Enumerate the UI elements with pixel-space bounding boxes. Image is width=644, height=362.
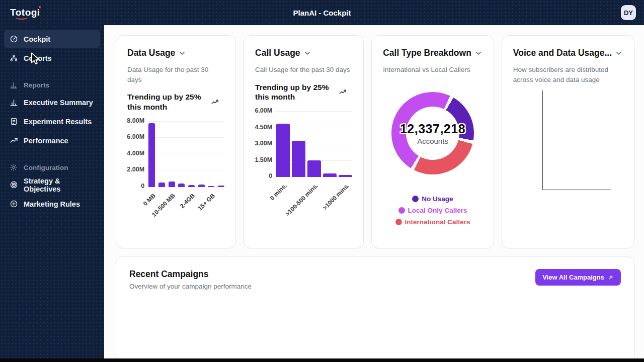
- y-axis-tick-label: 4.50M: [255, 124, 272, 131]
- call-usage-bar-chart: 00 mins.>100-500 mins.>1000 mins.1.50M3.…: [255, 112, 352, 220]
- view-all-campaigns-label: View All Campaigns: [542, 274, 604, 281]
- bar: [339, 175, 352, 177]
- x-axis-tick-label: 15+ GB: [196, 192, 216, 212]
- call-usage-trend-text: Trending up by 25% this month: [255, 82, 335, 102]
- bar: [188, 185, 195, 187]
- sidebar-section-reports: Reports: [4, 77, 100, 93]
- legend-dot: [395, 219, 402, 225]
- call-usage-card-title: Call Usage: [255, 48, 300, 58]
- gridline: [148, 137, 224, 138]
- sidebar-item-label: Configuration: [24, 164, 68, 171]
- call-type-breakdown-card: Call Type Breakdown International vs Loc…: [371, 35, 494, 248]
- bar: [276, 124, 290, 177]
- y-axis-tick-label: 6.00M: [255, 107, 272, 114]
- data-usage-card-subtitle: Data Usage for the past 30 days: [127, 65, 224, 84]
- bar: [169, 182, 175, 187]
- view-all-campaigns-button[interactable]: View All Campaigns: [535, 269, 621, 286]
- sidebar-item-performance[interactable]: Performance: [4, 131, 100, 150]
- sidebar-item-label: Strategy & Objectives: [24, 177, 95, 193]
- x-axis-tick-label: 0 mins.: [268, 182, 288, 202]
- bottom-black-bar: [0, 358, 644, 362]
- planai-cockpit-screen: Totogi PlanAI - Cockpit DY CockpitCohort…: [0, 0, 644, 362]
- sidebar-item-marketing-rules[interactable]: Marketing Rules: [4, 195, 100, 213]
- legend-item: No Usage: [412, 194, 453, 205]
- sidebar-item-executive-summary[interactable]: Executive Summary: [4, 93, 100, 112]
- gauge-icon: [10, 35, 18, 43]
- y-axis-tick-label: 3.00M: [255, 140, 272, 147]
- gridline: [148, 154, 224, 154]
- sidebar-item-cohorts[interactable]: Cohorts: [4, 49, 100, 67]
- call-usage-card-subtitle: Call Usage for the past 30 days: [255, 65, 352, 75]
- legend-item: International Callers: [395, 217, 470, 228]
- chevron-down-icon[interactable]: [474, 49, 482, 57]
- call-type-card-title: Call Type Breakdown: [383, 48, 471, 58]
- x-axis-tick-label: >100-500 mins.: [284, 182, 319, 218]
- bar: [323, 173, 337, 177]
- recent-campaigns-section: Recent Campaigns Overview of your campai…: [116, 256, 634, 362]
- plot-area: 0 MB10-500 MB2-4GB15+ GB: [148, 122, 224, 187]
- y-axis-tick-label: 6.00M: [127, 133, 144, 140]
- data-usage-card-title: Data Usage: [127, 48, 175, 58]
- gridline: [148, 121, 224, 122]
- x-axis-tick-label: >1000 mins.: [321, 182, 350, 211]
- gridline: [148, 170, 224, 170]
- y-axis-tick-label: 2.00M: [127, 166, 144, 173]
- cohorts-icon: [10, 54, 18, 62]
- sidebar: CockpitCohortsReportsExecutive SummaryEx…: [0, 25, 104, 362]
- bar: [158, 183, 165, 187]
- topbar: Totogi PlanAI - Cockpit DY: [0, 0, 644, 25]
- sidebar-item-experiment-results[interactable]: Experiment Results: [4, 112, 100, 131]
- sidebar-item-label: Executive Summary: [24, 99, 93, 107]
- data-usage-card: Data Usage Data Usage for the past 30 da…: [116, 35, 236, 248]
- bar: [208, 186, 214, 187]
- voice-data-card-title: Voice and Data Usage...: [513, 48, 612, 58]
- y-axis-tick-label: 8.00M: [127, 117, 144, 124]
- sidebar-item-strategy-objectives[interactable]: Strategy & Objectives: [4, 175, 100, 194]
- bar: [148, 123, 155, 187]
- main-content: Data Usage Data Usage for the past 30 da…: [104, 25, 644, 362]
- y-axis-tick-label: 1.50M: [255, 156, 272, 163]
- trending-up-icon: [339, 87, 348, 97]
- data-usage-trend-text: Trending up by 25% this month: [127, 92, 207, 112]
- y-axis-tick-label: 4.00M: [127, 150, 144, 157]
- accounts-total-label: Accounts: [387, 136, 478, 145]
- sidebar-item-label: Performance: [24, 137, 68, 145]
- arrow-up-right-icon: [608, 275, 614, 281]
- plot-area: [542, 90, 611, 190]
- plus-circle-icon: [10, 200, 18, 208]
- sidebar-item-cockpit[interactable]: Cockpit: [4, 30, 100, 48]
- bar: [292, 141, 305, 177]
- voice-data-usage-card: Voice and Data Usage... How subscribers …: [502, 35, 634, 248]
- sidebar-item-label: Marketing Rules: [24, 200, 80, 208]
- sidebar-item-label: Cohorts: [24, 54, 52, 62]
- target-icon: [10, 180, 18, 189]
- accounts-total-value: 12,337,218: [387, 121, 478, 136]
- chevron-down-icon[interactable]: [303, 49, 311, 57]
- bar: [307, 160, 321, 177]
- sidebar-item-label: Reports: [24, 81, 49, 89]
- y-axis-tick-label: 0: [269, 172, 272, 179]
- sidebar-item-label: Cockpit: [24, 35, 50, 43]
- call-type-card-subtitle: International vs Local Callers: [383, 65, 482, 75]
- donut-center: 12,337,218 Accounts: [387, 121, 478, 145]
- bar-chart-icon: [10, 81, 18, 89]
- plot-area: 0 mins.>100-500 mins.>1000 mins.: [276, 112, 352, 177]
- bar: [198, 185, 205, 187]
- legend-label: International Callers: [405, 217, 470, 228]
- legend-dot: [412, 196, 419, 202]
- x-axis-tick-label: 2-4GB: [179, 192, 196, 210]
- bar-chart-icon: [10, 98, 18, 107]
- sidebar-item-label: Experiment Results: [24, 118, 92, 126]
- x-axis-tick-label: 0 MB: [141, 192, 156, 207]
- legend-label: No Usage: [422, 194, 453, 205]
- gridline: [276, 111, 352, 112]
- chevron-down-icon[interactable]: [615, 49, 623, 57]
- sidebar-section-configuration: Configuration: [4, 160, 100, 175]
- trending-up-icon: [211, 98, 220, 107]
- user-avatar[interactable]: DY: [621, 5, 636, 20]
- bar: [178, 184, 185, 187]
- scroll-icon: [10, 117, 18, 126]
- data-usage-bar-chart: 00 MB10-500 MB2-4GB15+ GB2.00M4.00M6.00M…: [127, 122, 224, 230]
- chevron-down-icon[interactable]: [178, 49, 186, 57]
- gear-icon: [10, 163, 18, 172]
